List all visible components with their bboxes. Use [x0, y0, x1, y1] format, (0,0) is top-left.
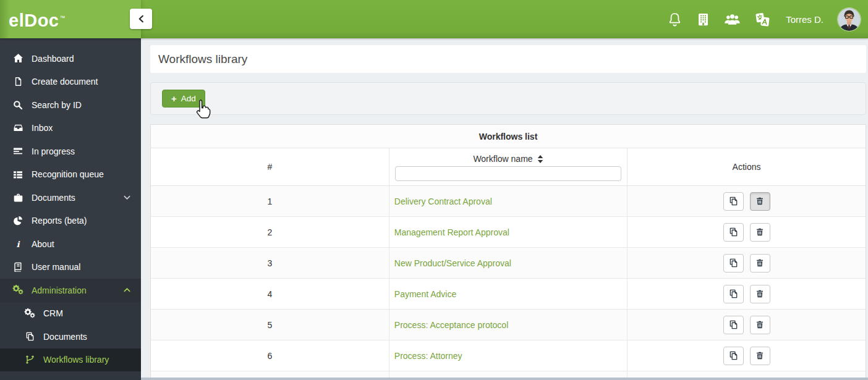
row-actions [628, 340, 866, 371]
table-row: 6 Process: Attorney [151, 340, 866, 371]
sidebar-item-reports-beta[interactable]: Reports (beta) [0, 209, 141, 233]
copy-icon [23, 332, 36, 341]
trash-icon [755, 196, 764, 206]
sidebar-item-label: User manual [32, 262, 80, 272]
sidebar-item-create-document[interactable]: Create document [0, 70, 141, 94]
search-icon [11, 100, 25, 110]
pie-icon [11, 216, 25, 226]
branch-icon [23, 355, 36, 365]
workflow-filter-input[interactable] [395, 166, 621, 181]
copy-icon [729, 351, 738, 360]
copy-button[interactable] [723, 316, 744, 334]
svg-text:i: i [17, 240, 20, 249]
row-index: 5 [151, 310, 389, 340]
avatar[interactable] [838, 8, 861, 31]
workflow-link[interactable]: Process: Attorney [394, 351, 462, 361]
sort-icon[interactable] [537, 155, 543, 163]
column-header-name-label[interactable]: Workflow name [473, 154, 532, 164]
sidebar-item-label: Reports (beta) [32, 216, 87, 226]
header-actions: Torres D. [667, 0, 861, 38]
sidebar-item-recognition-queue[interactable]: Recognition queue [0, 163, 141, 187]
delete-button[interactable] [750, 347, 770, 365]
logo-area: elDoc™ [0, 0, 141, 38]
sidebar-subitem-documents[interactable]: Documents [0, 325, 141, 348]
delete-button[interactable] [750, 254, 770, 272]
toolbar: + Add [150, 82, 866, 115]
sidebar-item-label: Documents [43, 332, 87, 342]
delete-button[interactable] [750, 223, 770, 242]
sidebar-item-in-progress[interactable]: In progress [0, 140, 141, 163]
copy-icon [729, 227, 738, 237]
add-button[interactable]: + Add [162, 90, 205, 108]
copy-button[interactable] [723, 347, 744, 365]
copy-button[interactable] [723, 285, 744, 303]
file-icon [11, 77, 25, 87]
sidebar-item-label: In progress [32, 146, 75, 156]
chevron-left-icon [136, 14, 147, 24]
company-icon[interactable] [697, 12, 710, 27]
trademark: ™ [59, 15, 66, 21]
sidebar-item-label: About [32, 239, 54, 249]
notifications-icon[interactable] [667, 12, 683, 27]
trash-icon [755, 320, 764, 329]
table-row: 4 Payment Advice [151, 279, 866, 310]
workflow-link[interactable]: Process: Acceptance protocol [394, 320, 508, 330]
info-icon: i [11, 239, 25, 249]
sidebar-item-about[interactable]: i About [0, 232, 141, 256]
trash-icon [755, 351, 764, 360]
row-actions [628, 310, 866, 340]
home-icon [11, 53, 25, 64]
trash-icon [755, 289, 764, 298]
sidebar-subitem-workflows-library[interactable]: Workflows library [0, 348, 141, 372]
workflow-link[interactable]: New Product/Service Approval [394, 258, 511, 268]
app-header: elDoc™ Torres D. [0, 0, 868, 38]
copy-icon [729, 320, 738, 329]
row-index: 2 [151, 217, 389, 248]
sidebar-subitem-crm[interactable]: CRM [0, 302, 141, 326]
column-header-actions: Actions [628, 148, 866, 186]
copy-icon [729, 196, 738, 206]
horizontal-scrollbar[interactable] [141, 378, 868, 380]
sidebar-collapse-button[interactable] [130, 9, 152, 29]
table-row: 1 Delivery Contract Aproval [151, 186, 866, 217]
table-row: 5 Process: Acceptance protocol [151, 310, 866, 340]
copy-icon [729, 289, 738, 298]
user-name[interactable]: Torres D. [786, 14, 823, 25]
row-index: 4 [151, 279, 389, 310]
workflow-link[interactable]: Delivery Contract Aproval [394, 196, 492, 206]
sidebar-item-documents[interactable]: Documents [0, 186, 141, 209]
copy-button[interactable] [723, 223, 744, 242]
sidebar-item-dashboard[interactable]: Dashboard [0, 47, 141, 70]
row-index: 6 [151, 340, 389, 371]
delete-button[interactable] [750, 316, 770, 334]
language-icon[interactable] [755, 12, 770, 27]
workflow-link[interactable]: Management Report Approval [394, 227, 509, 237]
table-row: 3 New Product/Service Approval [151, 248, 866, 279]
delete-button[interactable] [750, 192, 770, 211]
row-actions [628, 248, 866, 279]
row-actions [628, 279, 866, 310]
workflows-table: Workflows list # Workflow name Actions [151, 125, 866, 380]
copy-button[interactable] [723, 254, 744, 272]
delete-button[interactable] [750, 285, 770, 303]
sidebar-item-label: Documents [32, 193, 75, 203]
user-groups-icon[interactable] [724, 12, 741, 27]
copy-button[interactable] [723, 192, 744, 211]
sidebar-item-user-manual[interactable]: User manual [0, 256, 141, 279]
sidebar-item-label: Inbox [32, 123, 53, 133]
sidebar-nav: Dashboard Create document Search by ID I… [0, 38, 141, 380]
workflow-link[interactable]: Payment Advice [394, 289, 456, 299]
row-index: 3 [151, 248, 389, 279]
sidebar-item-label: Administration [32, 285, 87, 295]
add-button-label: Add [181, 94, 196, 103]
copy-icon [729, 258, 738, 268]
sidebar-item-inbox[interactable]: Inbox [0, 117, 141, 140]
sidebar-item-administration[interactable]: Administration [0, 279, 141, 302]
table-title: Workflows list [151, 125, 866, 148]
table-body: 1 Delivery Contract Aproval 2 Management… [151, 186, 866, 380]
table-row: 2 Management Report Approval [151, 217, 866, 248]
workflows-table-card: Workflows list # Workflow name Actions [150, 124, 866, 380]
sidebar-filler [0, 371, 141, 380]
sidebar-item-search-by-id[interactable]: Search by ID [0, 93, 141, 117]
chevron-up-icon [123, 286, 131, 294]
